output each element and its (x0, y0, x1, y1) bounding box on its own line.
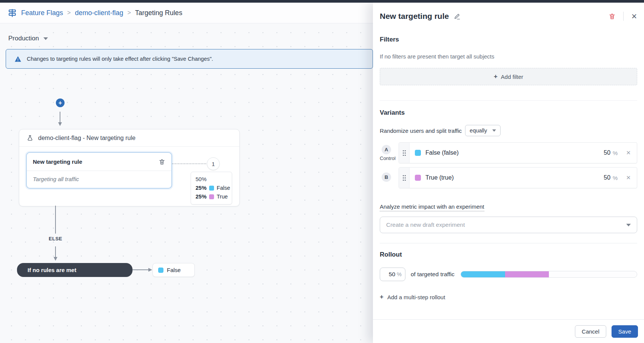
rule-connector (172, 163, 206, 164)
drag-handle-icon[interactable] (399, 143, 410, 163)
delete-rule-icon[interactable] (159, 158, 165, 165)
variant-row-true: True (true) 50 % (399, 167, 637, 188)
remove-variant-icon[interactable] (626, 174, 631, 181)
breadcrumb-feature-flags[interactable]: Feature Flags (21, 9, 63, 17)
fallback-node: If no rules are met (17, 263, 132, 277)
variant-weight-input[interactable]: 50 % (604, 149, 618, 156)
split-row-true: 25% True (196, 192, 227, 201)
variant-line-a: A Control False (false) 50 % (380, 142, 637, 163)
chevron-down-icon (43, 37, 48, 40)
experiment-select[interactable]: Create a new draft experiment (380, 217, 637, 233)
rule-node-title: New targeting rule (33, 158, 82, 165)
plus-icon (494, 73, 498, 80)
variant-weight-input[interactable]: 50 % (604, 174, 618, 181)
feature-flags-icon[interactable] (8, 8, 17, 18)
variant-list: A Control False (false) 50 % B (380, 142, 637, 188)
section-divider (380, 243, 637, 243)
split-total: 50% (196, 175, 206, 184)
edit-title-icon[interactable] (453, 13, 461, 20)
analyze-experiment-link[interactable]: Analyze metric impact with an experiment (380, 203, 484, 211)
variant-true-swatch (209, 194, 214, 199)
else-label: ELSE (44, 236, 67, 241)
rollout-bar (461, 271, 637, 278)
flow-arrow-down-icon (57, 112, 63, 128)
rollout-segment-true (505, 271, 549, 277)
variant-false-swatch (209, 186, 214, 191)
environment-label: Production (8, 35, 39, 42)
panel-footer: Cancel Save (373, 319, 644, 343)
variants-heading: Variants (380, 109, 637, 117)
else-connector-line (55, 206, 56, 234)
split-preview: 50% 25% False 25% True (191, 172, 232, 205)
fallback-label: If no rules are met (28, 267, 76, 273)
chevron-down-icon (492, 129, 496, 132)
variant-label: True (true) (425, 174, 454, 181)
cancel-button[interactable]: Cancel (575, 325, 606, 338)
else-arrow-down-icon (53, 246, 58, 263)
plus-icon (380, 293, 384, 301)
warning-text: Changes to targeting rules will only tak… (27, 56, 213, 62)
split-row-false: 25% False (196, 184, 227, 192)
targeting-canvas: Feature Flags > demo-client-flag > Targe… (0, 3, 373, 343)
environment-dropdown[interactable]: Production (8, 35, 48, 42)
top-bar (0, 0, 644, 3)
filters-heading: Filters (380, 36, 637, 43)
breadcrumb-separator: > (67, 9, 71, 16)
randomize-label: Randomize users and split traffic (380, 128, 462, 134)
rollout-row: % of targeted traffic (380, 268, 637, 281)
variant-false-swatch (415, 150, 421, 156)
rollout-segment-false (461, 271, 505, 277)
panel-header: New targeting rule (380, 9, 637, 23)
header-divider (623, 12, 624, 21)
rollout-percent-input[interactable]: % (380, 268, 405, 281)
rollout-heading: Rollout (380, 251, 637, 258)
breadcrumb-separator: > (127, 9, 131, 16)
breadcrumb-flag-name[interactable]: demo-client-flag (75, 9, 123, 17)
add-multistep-rollout-button[interactable]: Add a multi-step rollout (380, 293, 445, 301)
variant-a-control-label: Control (380, 155, 396, 161)
section-divider (380, 100, 637, 101)
experiment-flask-icon (27, 135, 33, 141)
panel-title: New targeting rule (380, 12, 449, 21)
variant-label: False (false) (425, 149, 459, 156)
fallback-variant: False (153, 263, 195, 277)
fallback-arrow-icon (132, 267, 153, 274)
variant-true-swatch (415, 175, 421, 181)
drag-handle-icon[interactable] (399, 168, 410, 188)
delete-rule-panel-icon[interactable] (609, 13, 616, 20)
close-panel-icon[interactable] (631, 12, 637, 21)
add-filter-button[interactable]: Add filter (380, 68, 637, 85)
add-rule-button[interactable] (56, 98, 65, 107)
experiment-placeholder: Create a new draft experiment (386, 221, 626, 228)
rule-number-badge: 1 (207, 157, 220, 170)
rule-edit-panel: New targeting rule Filters If no filters… (373, 3, 644, 343)
filters-hint: If no filters are present then target al… (380, 53, 637, 60)
variant-line-b: B True (true) 50 % (380, 167, 637, 188)
variant-row-false: False (false) 50 % (399, 142, 637, 163)
split-mode-select[interactable]: equally (465, 125, 501, 136)
warning-icon (14, 55, 22, 63)
rollout-suffix: of targeted traffic (411, 271, 454, 278)
variant-a-badge: A (382, 145, 391, 154)
randomize-row: Randomize users and split traffic equall… (380, 125, 637, 136)
fallback-variant-label: False (167, 267, 181, 273)
allocation-card-title: demo-client-flag - New targeting rule (38, 135, 136, 142)
breadcrumb: Feature Flags > demo-client-flag > Targe… (0, 3, 373, 23)
variant-false-swatch (158, 268, 163, 273)
variant-b-badge: B (382, 172, 391, 182)
chevron-down-icon (626, 224, 631, 226)
save-button[interactable]: Save (612, 325, 638, 338)
warning-banner: Changes to targeting rules will only tak… (6, 49, 373, 69)
rule-node[interactable]: New targeting rule Targeting all traffic (26, 152, 172, 189)
breadcrumb-current: Targeting Rules (135, 9, 182, 17)
remove-variant-icon[interactable] (626, 149, 631, 156)
rule-node-subtitle: Targeting all traffic (27, 171, 171, 187)
